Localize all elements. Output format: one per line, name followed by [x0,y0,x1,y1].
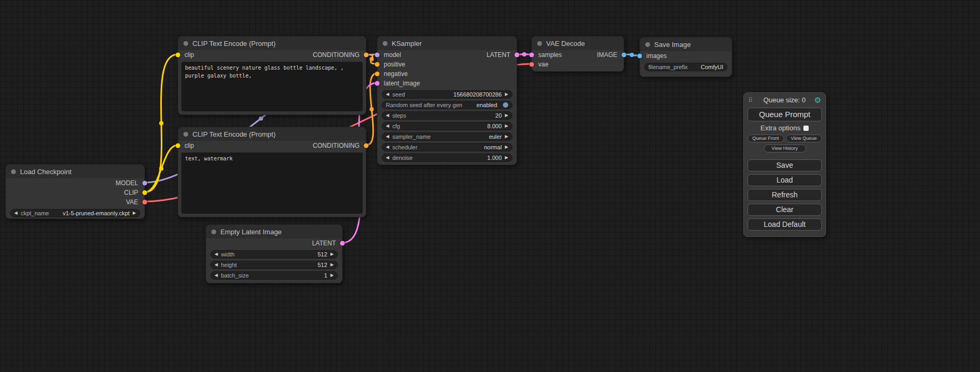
widget-height[interactable]: ◀ height 512 ▶ [210,261,338,269]
widget-scheduler[interactable]: ◀ scheduler normal ▶ [382,143,512,151]
view-history-button[interactable]: View History [764,145,806,152]
clip-input-port[interactable] [176,53,180,58]
arrow-right-icon[interactable]: ▶ [331,273,334,278]
collapse-dot-icon[interactable] [183,132,188,137]
positive-input-port[interactable] [375,62,380,67]
collapse-dot-icon[interactable] [211,230,216,234]
drag-handle-icon[interactable]: ⠿ [748,97,753,104]
clear-button[interactable]: Clear [748,204,822,216]
node-title-bar[interactable]: KSampler [377,36,517,50]
output-slot-latent: LATENT [206,239,342,248]
node-empty-latent-image[interactable]: Empty Latent Image LATENT ◀ width 512 ▶ … [206,224,343,283]
queue-prompt-button[interactable]: Queue Prompt [748,108,822,121]
node-title-bar[interactable]: Load Checkpoint [6,165,144,178]
clip-input-port[interactable] [176,144,180,148]
input-slot-latent-image: latent_image [377,79,517,88]
node-clip-text-encode-positive[interactable]: CLIP Text Encode (Prompt) clip CONDITION… [178,36,366,115]
widget-steps[interactable]: ◀ steps 20 ▶ [382,111,512,120]
arrow-right-icon[interactable]: ▶ [505,124,508,128]
clip-output-port[interactable] [142,190,147,195]
node-title: CLIP Text Encode (Prompt) [192,40,276,47]
collapse-dot-icon[interactable] [11,169,16,174]
widget-filename-prefix[interactable]: filename_prefix ComfyUI [644,63,727,71]
extra-options-checkbox[interactable] [803,126,809,131]
node-title-bar[interactable]: CLIP Text Encode (Prompt) [178,36,366,50]
output-slot-clip: CLIP [6,188,144,197]
view-queue-button[interactable]: View Queue [786,135,822,142]
refresh-button[interactable]: Refresh [748,189,822,201]
output-slot-model: MODEL [6,178,144,188]
arrow-left-icon[interactable]: ◀ [215,273,218,278]
collapse-dot-icon[interactable] [645,42,650,47]
arrow-left-icon[interactable]: ◀ [386,156,389,160]
prompt-textarea[interactable]: text, watermark [181,152,363,214]
node-title-bar[interactable]: Save Image [640,37,732,51]
node-vae-decode[interactable]: VAE Decode IMAGE samples vae [531,36,624,72]
arrow-left-icon[interactable]: ◀ [386,145,389,149]
images-input-port[interactable] [637,54,642,59]
collapse-dot-icon[interactable] [383,41,387,46]
collapse-dot-icon[interactable] [537,41,542,46]
toggle-knob-icon[interactable] [503,102,508,108]
latent-image-input-port[interactable] [375,81,380,86]
settings-gear-icon[interactable]: ⚙ [814,96,821,104]
conditioning-output-port[interactable] [364,53,368,58]
save-button[interactable]: Save [748,159,822,171]
arrow-right-icon[interactable]: ▶ [331,263,334,267]
node-title: KSampler [392,40,422,47]
arrow-left-icon[interactable]: ◀ [386,113,389,118]
output-slot-vae: VAE [6,197,144,207]
arrow-left-icon[interactable]: ◀ [215,252,218,256]
node-load-checkpoint[interactable]: Load Checkpoint MODEL CLIP VAE ◀ ckpt_na… [5,164,145,219]
samples-input-port[interactable] [529,53,534,58]
widget-ckpt-name[interactable]: ◀ ckpt_name v1-5-pruned-emaonly.ckpt ▶ [10,209,140,217]
negative-input-port[interactable] [375,72,380,77]
node-title-bar[interactable]: CLIP Text Encode (Prompt) [178,127,366,141]
input-slot-vae: vae [532,60,624,69]
arrow-right-icon[interactable]: ▶ [505,145,508,149]
model-output-port[interactable] [142,181,147,186]
prompt-textarea[interactable]: beautiful scenery nature glass bottle la… [181,62,363,111]
node-title: Empty Latent Image [220,228,282,236]
widget-seed[interactable]: ◀ seed 156680208700286 ▶ [382,90,512,99]
collapse-dot-icon[interactable] [183,41,188,46]
latent-output-port[interactable] [340,241,345,246]
arrow-left-icon[interactable]: ◀ [386,124,389,128]
node-save-image[interactable]: Save Image images filename_prefix ComfyU… [639,37,732,77]
arrow-right-icon[interactable]: ▶ [505,156,508,160]
node-title-bar[interactable]: Empty Latent Image [206,225,342,239]
arrow-right-icon[interactable]: ▶ [505,92,508,97]
node-title-bar[interactable]: VAE Decode [532,36,624,50]
conditioning-output-port[interactable] [364,144,368,148]
arrow-right-icon[interactable]: ▶ [133,211,136,215]
input-slot-images: images [640,51,732,61]
arrow-right-icon[interactable]: ▶ [331,252,334,256]
widget-cfg[interactable]: ◀ cfg 8.000 ▶ [382,122,512,130]
extra-options-label: Extra options [761,124,801,132]
arrow-right-icon[interactable]: ▶ [505,113,508,118]
widget-width[interactable]: ◀ width 512 ▶ [210,250,338,259]
node-clip-text-encode-negative[interactable]: CLIP Text Encode (Prompt) clip CONDITION… [178,127,366,217]
node-title: Load Checkpoint [20,168,72,176]
arrow-left-icon[interactable]: ◀ [14,211,17,215]
queue-size-label: Queue size: 0 [755,96,814,104]
arrow-left-icon[interactable]: ◀ [386,135,389,139]
slot-row: clip CONDITIONING [178,50,366,60]
arrow-left-icon[interactable]: ◀ [215,263,218,267]
queue-front-button[interactable]: Queue Front [748,135,784,142]
vae-output-port[interactable] [142,200,147,205]
widget-random-seed-toggle[interactable]: Random seed after every gen enabled [382,101,512,109]
model-input-port[interactable] [375,53,380,58]
vae-input-port[interactable] [529,62,534,67]
widget-denoise[interactable]: ◀ denoise 1.000 ▶ [382,154,512,162]
node-ksampler[interactable]: KSampler LATENT model positive negative … [377,36,517,165]
input-slot-samples: samples [532,50,624,60]
load-button[interactable]: Load [748,174,822,186]
node-graph-canvas[interactable]: Load Checkpoint MODEL CLIP VAE ◀ ckpt_na… [0,0,980,372]
node-title: Save Image [654,41,691,49]
load-default-button[interactable]: Load Default [748,218,822,231]
arrow-left-icon[interactable]: ◀ [386,92,389,97]
arrow-right-icon[interactable]: ▶ [505,135,508,139]
widget-sampler-name[interactable]: ◀ sampler_name euler ▶ [382,132,512,141]
widget-batch-size[interactable]: ◀ batch_size 1 ▶ [210,271,338,280]
